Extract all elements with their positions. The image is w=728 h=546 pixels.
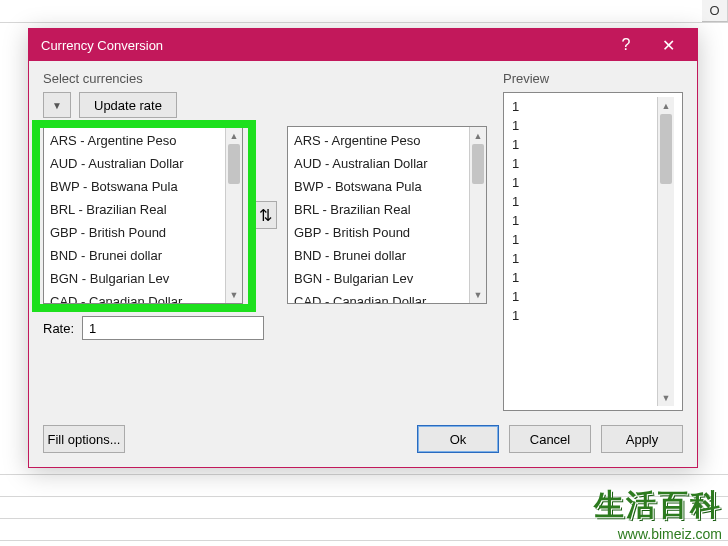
preview-line: 1 <box>512 268 657 287</box>
preview-line: 1 <box>512 211 657 230</box>
ok-button[interactable]: Ok <box>417 425 499 453</box>
scroll-thumb[interactable] <box>228 144 240 184</box>
column-header-o[interactable]: O <box>702 0 728 22</box>
scroll-down-icon[interactable]: ▼ <box>470 286 486 303</box>
scroll-down-icon[interactable]: ▼ <box>226 286 242 303</box>
list-item[interactable]: GBP - British Pound <box>292 221 465 244</box>
list-item[interactable]: BND - Brunei dollar <box>48 244 221 267</box>
to-currency-listbox[interactable]: ARS - Argentine Peso AUD - Australian Do… <box>287 126 487 304</box>
preview-line: 1 <box>512 116 657 135</box>
scrollbar[interactable]: ▲ ▼ <box>469 127 486 303</box>
help-icon: ? <box>622 36 631 54</box>
list-item[interactable]: BGN - Bulgarian Lev <box>48 267 221 290</box>
scroll-thumb[interactable] <box>660 114 672 184</box>
list-item[interactable]: BND - Brunei dollar <box>292 244 465 267</box>
preview-line: 1 <box>512 97 657 116</box>
rate-input[interactable] <box>82 316 264 340</box>
list-item[interactable]: BRL - Brazilian Real <box>292 198 465 221</box>
scroll-down-icon[interactable]: ▼ <box>658 389 674 406</box>
list-item[interactable]: BWP - Botswana Pula <box>48 175 221 198</box>
help-button[interactable]: ? <box>605 29 647 61</box>
apply-button[interactable]: Apply <box>601 425 683 453</box>
select-currencies-label: Select currencies <box>43 71 487 86</box>
watermark: 生活百科 www.bimeiz.com <box>594 485 722 542</box>
close-button[interactable]: ✕ <box>647 29 689 61</box>
dialog-title: Currency Conversion <box>41 38 605 53</box>
list-item[interactable]: CAD - Canadian Dollar <box>48 290 221 303</box>
list-item[interactable]: AUD - Australian Dollar <box>292 152 465 175</box>
watermark-text: 生活百科 <box>594 485 722 526</box>
list-item[interactable]: AUD - Australian Dollar <box>48 152 221 175</box>
scroll-thumb[interactable] <box>472 144 484 184</box>
preview-listbox: 1 1 1 1 1 1 1 1 1 1 1 1 ▲ ▼ <box>503 92 683 411</box>
scrollbar[interactable]: ▲ ▼ <box>657 97 674 406</box>
list-item[interactable]: BRL - Brazilian Real <box>48 198 221 221</box>
list-item[interactable]: GBP - British Pound <box>48 221 221 244</box>
preview-line: 1 <box>512 135 657 154</box>
list-item[interactable]: ARS - Argentine Peso <box>48 129 221 152</box>
options-dropdown[interactable]: ▼ <box>43 92 71 118</box>
preview-line: 1 <box>512 230 657 249</box>
list-item[interactable]: BGN - Bulgarian Lev <box>292 267 465 290</box>
list-item[interactable]: CAD - Canadian Dollar <box>292 290 465 303</box>
close-icon: ✕ <box>662 36 675 55</box>
preview-label: Preview <box>503 71 683 86</box>
scroll-up-icon[interactable]: ▲ <box>226 127 242 144</box>
preview-line: 1 <box>512 173 657 192</box>
preview-line: 1 <box>512 287 657 306</box>
swap-currencies-button[interactable]: ⇅ <box>253 201 277 229</box>
list-item[interactable]: BWP - Botswana Pula <box>292 175 465 198</box>
currency-conversion-dialog: Currency Conversion ? ✕ Select currencie… <box>28 28 698 468</box>
list-item[interactable]: ARS - Argentine Peso <box>292 129 465 152</box>
rate-label: Rate: <box>43 321 74 336</box>
update-rate-button[interactable]: Update rate <box>79 92 177 118</box>
watermark-url: www.bimeiz.com <box>618 526 722 542</box>
preview-line: 1 <box>512 154 657 173</box>
from-currency-listbox[interactable]: ARS - Argentine Peso AUD - Australian Do… <box>43 126 243 304</box>
dialog-titlebar[interactable]: Currency Conversion ? ✕ <box>29 29 697 61</box>
fill-options-button[interactable]: Fill options... <box>43 425 125 453</box>
scrollbar[interactable]: ▲ ▼ <box>225 127 242 303</box>
cancel-button[interactable]: Cancel <box>509 425 591 453</box>
scroll-up-icon[interactable]: ▲ <box>658 97 674 114</box>
preview-line: 1 <box>512 306 657 325</box>
scroll-up-icon[interactable]: ▲ <box>470 127 486 144</box>
preview-line: 1 <box>512 249 657 268</box>
preview-line: 1 <box>512 192 657 211</box>
